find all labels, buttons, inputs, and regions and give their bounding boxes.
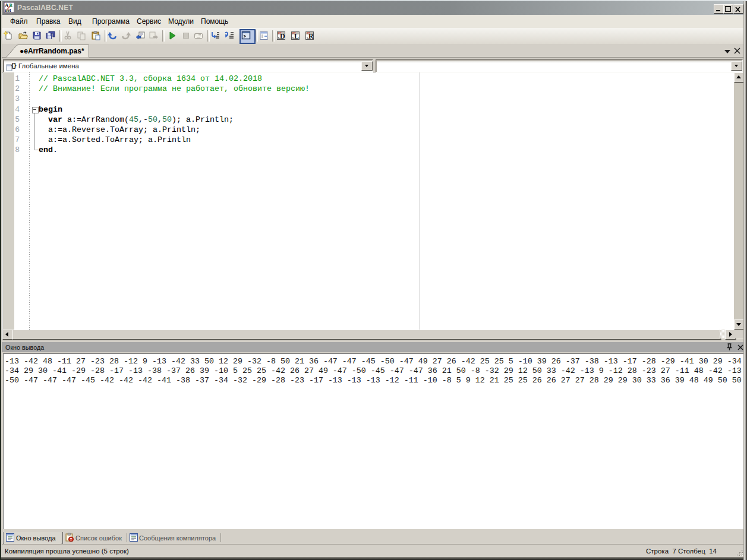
svg-text:{}: {} bbox=[11, 62, 17, 69]
svg-text:PT: PT bbox=[307, 32, 310, 35]
svg-text:PT: PT bbox=[278, 32, 282, 35]
svg-text:PT: PT bbox=[292, 32, 296, 35]
